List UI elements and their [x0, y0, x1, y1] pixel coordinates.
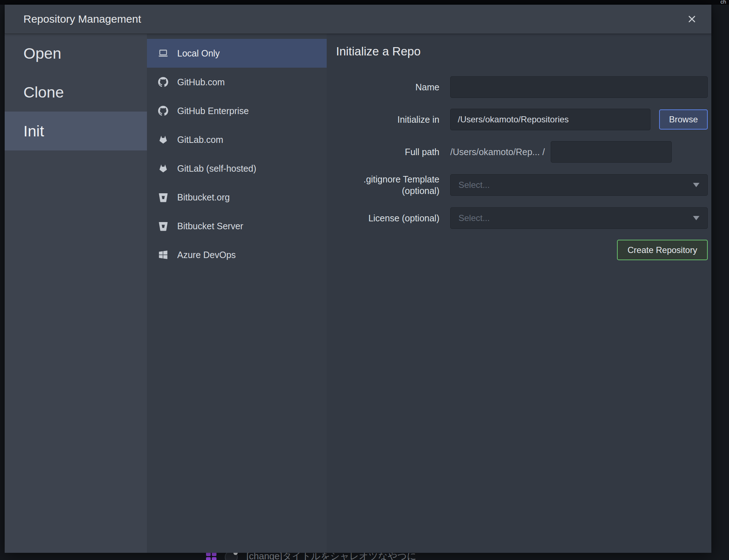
- sidebar-item-init[interactable]: Init: [5, 112, 147, 150]
- sidebar-item-label: Init: [23, 122, 44, 140]
- browse-button[interactable]: Browse: [659, 109, 708, 130]
- name-label: Name: [327, 81, 439, 93]
- full-path-prefix: /Users/okamoto/Rep... /: [450, 147, 545, 157]
- repository-management-dialog: Repository Management Open Clone Init: [5, 5, 711, 553]
- create-repository-button[interactable]: Create Repository: [617, 240, 708, 260]
- provider-item-label: Bitbucket.org: [177, 192, 230, 203]
- sidebar-item-label: Open: [23, 45, 61, 62]
- license-label: License (optional): [327, 212, 439, 224]
- bitbucket-icon: [158, 192, 169, 203]
- provider-item-bitbucket-server[interactable]: Bitbucket Server: [147, 212, 327, 240]
- provider-list: Local Only GitHub.com: [147, 34, 327, 553]
- initialize-in-row: Initialize in Browse: [327, 109, 711, 130]
- name-row: Name: [327, 76, 711, 98]
- name-field[interactable]: [450, 76, 708, 98]
- full-path-row: Full path /Users/okamoto/Rep... /: [327, 141, 711, 163]
- dialog-sidebar: Open Clone Init: [5, 34, 147, 553]
- chevron-down-icon: [693, 183, 699, 187]
- provider-item-local-only[interactable]: Local Only: [147, 39, 327, 68]
- dialog-titlebar: Repository Management: [5, 5, 711, 34]
- provider-item-gitlab-com[interactable]: GitLab.com: [147, 125, 327, 154]
- dialog-body: Open Clone Init Local: [5, 34, 711, 553]
- chevron-down-icon: [693, 216, 699, 220]
- provider-item-label: Azure DevOps: [177, 250, 236, 260]
- dialog-title: Repository Management: [23, 13, 685, 25]
- submit-row: Create Repository: [327, 240, 711, 260]
- provider-item-gitlab-self-hosted[interactable]: GitLab (self-hosted): [147, 154, 327, 183]
- provider-item-label: Local Only: [177, 48, 220, 59]
- github-icon: [158, 77, 169, 87]
- provider-item-azure-devops[interactable]: Azure DevOps: [147, 240, 327, 269]
- provider-item-label: GitLab.com: [177, 135, 223, 145]
- close-icon[interactable]: [685, 12, 699, 26]
- license-select[interactable]: Select...: [450, 207, 708, 229]
- init-repo-panel: Initialize a Repo Name Initialize in Bro…: [327, 34, 711, 553]
- github-icon: [158, 105, 169, 116]
- gitlab-icon: [158, 134, 169, 145]
- sidebar-item-label: Clone: [23, 83, 64, 101]
- provider-item-bitbucket-org[interactable]: Bitbucket.org: [147, 183, 327, 212]
- provider-item-label: Bitbucket Server: [177, 221, 243, 231]
- provider-item-github-enterprise[interactable]: GitHub Enterprise: [147, 96, 327, 125]
- full-path-label: Full path: [327, 146, 439, 158]
- sidebar-item-open[interactable]: Open: [5, 34, 147, 73]
- gitignore-select[interactable]: Select...: [450, 174, 708, 196]
- azure-devops-icon: [158, 249, 169, 260]
- gitlab-icon: [158, 163, 169, 174]
- background-top-strip: ch: [0, 0, 729, 5]
- panel-heading: Initialize a Repo: [327, 45, 711, 58]
- provider-item-label: GitHub.com: [177, 77, 225, 87]
- gitignore-label: .gitignore Template (optional): [327, 173, 439, 197]
- background-clipped-text: ch: [720, 0, 726, 5]
- initialize-in-label: Initialize in: [327, 114, 439, 125]
- initialize-in-field[interactable]: [450, 109, 650, 130]
- provider-item-github-com[interactable]: GitHub.com: [147, 68, 327, 96]
- gitignore-select-value: Select...: [459, 180, 693, 190]
- app-background: ch [change]タイトルをシャレオツなやつに Repository Man…: [0, 0, 729, 560]
- bitbucket-icon: [158, 221, 169, 231]
- license-select-value: Select...: [459, 213, 693, 223]
- provider-item-label: GitHub Enterprise: [177, 106, 249, 116]
- provider-item-label: GitLab (self-hosted): [177, 163, 256, 174]
- license-row: License (optional) Select...: [327, 207, 711, 229]
- gitignore-row: .gitignore Template (optional) Select...: [327, 173, 711, 197]
- laptop-icon: [158, 48, 169, 59]
- full-path-field[interactable]: [551, 141, 672, 163]
- sidebar-item-clone[interactable]: Clone: [5, 73, 147, 112]
